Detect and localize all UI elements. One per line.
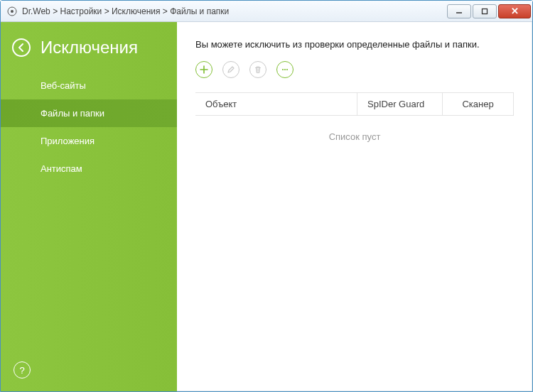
back-button[interactable] <box>12 38 31 57</box>
sidebar-item-label: Антиспам <box>41 163 82 174</box>
add-button[interactable] <box>195 61 212 78</box>
breadcrumb: Dr.Web > Настройки > Исключения > Файлы … <box>22 6 446 16</box>
app-window: Dr.Web > Настройки > Исключения > Файлы … <box>0 0 533 392</box>
sidebar: Исключения Веб-сайты Файлы и папки Прило… <box>1 22 177 391</box>
sidebar-item-files-folders[interactable]: Файлы и папки <box>1 99 177 127</box>
column-scanner[interactable]: Сканер <box>443 93 514 115</box>
toolbar <box>195 61 514 78</box>
svg-point-6 <box>286 69 288 70</box>
delete-button[interactable] <box>249 61 266 78</box>
plus-icon <box>200 65 208 74</box>
table-body: Список пуст <box>195 116 514 384</box>
svg-rect-3 <box>483 9 488 13</box>
sidebar-nav: Веб-сайты Файлы и папки Приложения Антис… <box>1 72 177 183</box>
minimize-button[interactable] <box>447 4 471 18</box>
sidebar-item-label: Веб-сайты <box>41 80 86 91</box>
maximize-button[interactable] <box>473 4 497 18</box>
svg-point-4 <box>282 69 284 70</box>
more-button[interactable] <box>276 61 294 78</box>
pencil-icon <box>227 65 235 74</box>
svg-point-1 <box>11 10 14 13</box>
sidebar-item-label: Файлы и папки <box>41 108 104 119</box>
column-spider-guard[interactable]: SpIDer Guard <box>357 93 443 115</box>
window-controls: ✕ <box>446 4 531 18</box>
sidebar-item-applications[interactable]: Приложения <box>1 127 177 155</box>
sidebar-title: Исключения <box>41 38 138 58</box>
sidebar-header: Исключения <box>1 22 177 72</box>
help-button[interactable]: ? <box>14 361 31 379</box>
more-icon <box>281 65 289 74</box>
column-object[interactable]: Объект <box>195 93 357 115</box>
sidebar-footer: ? <box>1 349 177 391</box>
app-icon <box>6 6 18 17</box>
main-panel: Вы можете исключить из проверки определе… <box>177 22 532 391</box>
sidebar-item-label: Приложения <box>41 136 95 146</box>
sidebar-item-websites[interactable]: Веб-сайты <box>1 72 177 99</box>
sidebar-item-antispam[interactable]: Антиспам <box>1 155 177 183</box>
page-description: Вы можете исключить из проверки определе… <box>195 39 514 50</box>
empty-list-text: Список пуст <box>195 116 514 158</box>
table-header: Объект SpIDer Guard Сканер <box>195 92 514 116</box>
help-icon: ? <box>19 365 24 376</box>
title-bar: Dr.Web > Настройки > Исключения > Файлы … <box>1 1 532 22</box>
window-body: Исключения Веб-сайты Файлы и папки Прило… <box>1 22 532 391</box>
trash-icon <box>254 65 262 74</box>
svg-point-5 <box>284 69 286 70</box>
close-button[interactable]: ✕ <box>498 4 531 18</box>
edit-button[interactable] <box>222 61 239 78</box>
